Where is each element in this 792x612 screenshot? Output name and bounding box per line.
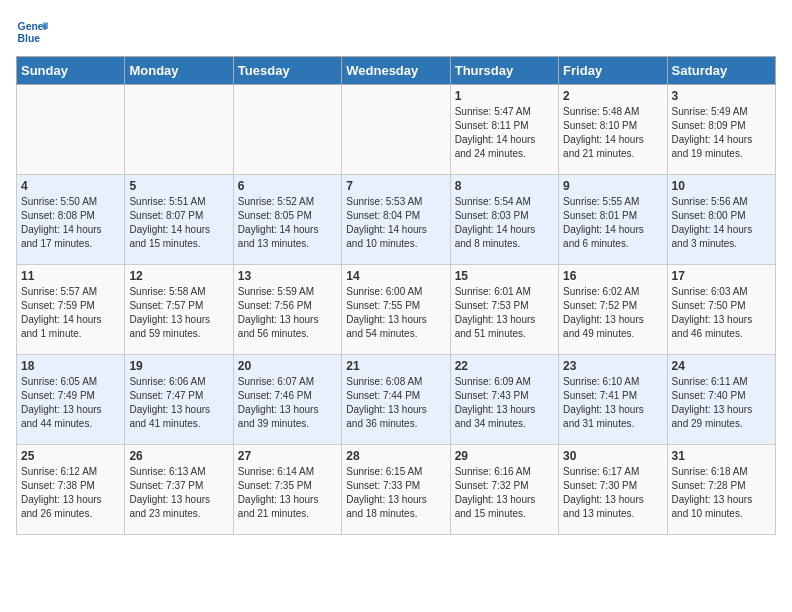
calendar-cell: 11Sunrise: 5:57 AM Sunset: 7:59 PM Dayli…: [17, 265, 125, 355]
calendar-week-row: 25Sunrise: 6:12 AM Sunset: 7:38 PM Dayli…: [17, 445, 776, 535]
day-number: 5: [129, 179, 228, 193]
calendar-cell: 12Sunrise: 5:58 AM Sunset: 7:57 PM Dayli…: [125, 265, 233, 355]
calendar-cell: [233, 85, 341, 175]
day-info: Sunrise: 5:55 AM Sunset: 8:01 PM Dayligh…: [563, 195, 662, 251]
column-header-saturday: Saturday: [667, 57, 775, 85]
page-header: General Blue: [16, 16, 776, 48]
calendar-cell: [125, 85, 233, 175]
calendar-cell: 16Sunrise: 6:02 AM Sunset: 7:52 PM Dayli…: [559, 265, 667, 355]
day-number: 3: [672, 89, 771, 103]
column-header-tuesday: Tuesday: [233, 57, 341, 85]
day-info: Sunrise: 6:03 AM Sunset: 7:50 PM Dayligh…: [672, 285, 771, 341]
day-info: Sunrise: 5:50 AM Sunset: 8:08 PM Dayligh…: [21, 195, 120, 251]
day-number: 11: [21, 269, 120, 283]
day-number: 6: [238, 179, 337, 193]
column-header-thursday: Thursday: [450, 57, 558, 85]
day-number: 21: [346, 359, 445, 373]
day-info: Sunrise: 6:02 AM Sunset: 7:52 PM Dayligh…: [563, 285, 662, 341]
column-header-sunday: Sunday: [17, 57, 125, 85]
day-info: Sunrise: 5:52 AM Sunset: 8:05 PM Dayligh…: [238, 195, 337, 251]
day-info: Sunrise: 6:17 AM Sunset: 7:30 PM Dayligh…: [563, 465, 662, 521]
day-number: 17: [672, 269, 771, 283]
day-info: Sunrise: 5:57 AM Sunset: 7:59 PM Dayligh…: [21, 285, 120, 341]
calendar-cell: 1Sunrise: 5:47 AM Sunset: 8:11 PM Daylig…: [450, 85, 558, 175]
day-info: Sunrise: 6:13 AM Sunset: 7:37 PM Dayligh…: [129, 465, 228, 521]
day-number: 25: [21, 449, 120, 463]
calendar-week-row: 18Sunrise: 6:05 AM Sunset: 7:49 PM Dayli…: [17, 355, 776, 445]
column-header-friday: Friday: [559, 57, 667, 85]
column-header-monday: Monday: [125, 57, 233, 85]
day-number: 30: [563, 449, 662, 463]
day-number: 15: [455, 269, 554, 283]
day-info: Sunrise: 5:48 AM Sunset: 8:10 PM Dayligh…: [563, 105, 662, 161]
day-number: 23: [563, 359, 662, 373]
day-info: Sunrise: 6:12 AM Sunset: 7:38 PM Dayligh…: [21, 465, 120, 521]
calendar-body: 1Sunrise: 5:47 AM Sunset: 8:11 PM Daylig…: [17, 85, 776, 535]
calendar-cell: 6Sunrise: 5:52 AM Sunset: 8:05 PM Daylig…: [233, 175, 341, 265]
day-number: 8: [455, 179, 554, 193]
day-info: Sunrise: 6:15 AM Sunset: 7:33 PM Dayligh…: [346, 465, 445, 521]
day-number: 24: [672, 359, 771, 373]
calendar-cell: 27Sunrise: 6:14 AM Sunset: 7:35 PM Dayli…: [233, 445, 341, 535]
calendar-cell: 26Sunrise: 6:13 AM Sunset: 7:37 PM Dayli…: [125, 445, 233, 535]
calendar-cell: 9Sunrise: 5:55 AM Sunset: 8:01 PM Daylig…: [559, 175, 667, 265]
day-info: Sunrise: 5:58 AM Sunset: 7:57 PM Dayligh…: [129, 285, 228, 341]
calendar-cell: 7Sunrise: 5:53 AM Sunset: 8:04 PM Daylig…: [342, 175, 450, 265]
day-number: 27: [238, 449, 337, 463]
day-number: 20: [238, 359, 337, 373]
calendar-header-row: SundayMondayTuesdayWednesdayThursdayFrid…: [17, 57, 776, 85]
calendar-cell: 4Sunrise: 5:50 AM Sunset: 8:08 PM Daylig…: [17, 175, 125, 265]
day-number: 9: [563, 179, 662, 193]
day-info: Sunrise: 6:01 AM Sunset: 7:53 PM Dayligh…: [455, 285, 554, 341]
day-info: Sunrise: 6:16 AM Sunset: 7:32 PM Dayligh…: [455, 465, 554, 521]
calendar-cell: 25Sunrise: 6:12 AM Sunset: 7:38 PM Dayli…: [17, 445, 125, 535]
day-number: 4: [21, 179, 120, 193]
day-info: Sunrise: 6:10 AM Sunset: 7:41 PM Dayligh…: [563, 375, 662, 431]
svg-text:Blue: Blue: [18, 33, 41, 44]
day-number: 31: [672, 449, 771, 463]
day-info: Sunrise: 5:56 AM Sunset: 8:00 PM Dayligh…: [672, 195, 771, 251]
day-number: 2: [563, 89, 662, 103]
calendar-cell: 8Sunrise: 5:54 AM Sunset: 8:03 PM Daylig…: [450, 175, 558, 265]
day-info: Sunrise: 6:11 AM Sunset: 7:40 PM Dayligh…: [672, 375, 771, 431]
calendar-cell: 17Sunrise: 6:03 AM Sunset: 7:50 PM Dayli…: [667, 265, 775, 355]
day-info: Sunrise: 5:59 AM Sunset: 7:56 PM Dayligh…: [238, 285, 337, 341]
calendar-cell: 23Sunrise: 6:10 AM Sunset: 7:41 PM Dayli…: [559, 355, 667, 445]
day-number: 1: [455, 89, 554, 103]
day-number: 18: [21, 359, 120, 373]
calendar-week-row: 11Sunrise: 5:57 AM Sunset: 7:59 PM Dayli…: [17, 265, 776, 355]
calendar-cell: 21Sunrise: 6:08 AM Sunset: 7:44 PM Dayli…: [342, 355, 450, 445]
day-info: Sunrise: 5:51 AM Sunset: 8:07 PM Dayligh…: [129, 195, 228, 251]
calendar-week-row: 1Sunrise: 5:47 AM Sunset: 8:11 PM Daylig…: [17, 85, 776, 175]
calendar-cell: 2Sunrise: 5:48 AM Sunset: 8:10 PM Daylig…: [559, 85, 667, 175]
day-number: 12: [129, 269, 228, 283]
day-info: Sunrise: 5:49 AM Sunset: 8:09 PM Dayligh…: [672, 105, 771, 161]
calendar-cell: 3Sunrise: 5:49 AM Sunset: 8:09 PM Daylig…: [667, 85, 775, 175]
calendar-cell: [342, 85, 450, 175]
day-number: 10: [672, 179, 771, 193]
calendar-cell: 28Sunrise: 6:15 AM Sunset: 7:33 PM Dayli…: [342, 445, 450, 535]
logo: General Blue: [16, 16, 48, 48]
calendar-cell: 30Sunrise: 6:17 AM Sunset: 7:30 PM Dayli…: [559, 445, 667, 535]
day-info: Sunrise: 6:09 AM Sunset: 7:43 PM Dayligh…: [455, 375, 554, 431]
calendar-cell: 13Sunrise: 5:59 AM Sunset: 7:56 PM Dayli…: [233, 265, 341, 355]
calendar-cell: 24Sunrise: 6:11 AM Sunset: 7:40 PM Dayli…: [667, 355, 775, 445]
day-info: Sunrise: 5:54 AM Sunset: 8:03 PM Dayligh…: [455, 195, 554, 251]
day-info: Sunrise: 6:08 AM Sunset: 7:44 PM Dayligh…: [346, 375, 445, 431]
day-info: Sunrise: 6:14 AM Sunset: 7:35 PM Dayligh…: [238, 465, 337, 521]
calendar-cell: 20Sunrise: 6:07 AM Sunset: 7:46 PM Dayli…: [233, 355, 341, 445]
day-number: 28: [346, 449, 445, 463]
calendar-week-row: 4Sunrise: 5:50 AM Sunset: 8:08 PM Daylig…: [17, 175, 776, 265]
day-number: 29: [455, 449, 554, 463]
calendar-cell: 18Sunrise: 6:05 AM Sunset: 7:49 PM Dayli…: [17, 355, 125, 445]
day-number: 19: [129, 359, 228, 373]
day-number: 7: [346, 179, 445, 193]
day-info: Sunrise: 6:06 AM Sunset: 7:47 PM Dayligh…: [129, 375, 228, 431]
calendar-cell: 14Sunrise: 6:00 AM Sunset: 7:55 PM Dayli…: [342, 265, 450, 355]
day-info: Sunrise: 6:00 AM Sunset: 7:55 PM Dayligh…: [346, 285, 445, 341]
calendar-cell: 31Sunrise: 6:18 AM Sunset: 7:28 PM Dayli…: [667, 445, 775, 535]
day-number: 26: [129, 449, 228, 463]
calendar-cell: 29Sunrise: 6:16 AM Sunset: 7:32 PM Dayli…: [450, 445, 558, 535]
calendar-cell: 19Sunrise: 6:06 AM Sunset: 7:47 PM Dayli…: [125, 355, 233, 445]
day-number: 13: [238, 269, 337, 283]
